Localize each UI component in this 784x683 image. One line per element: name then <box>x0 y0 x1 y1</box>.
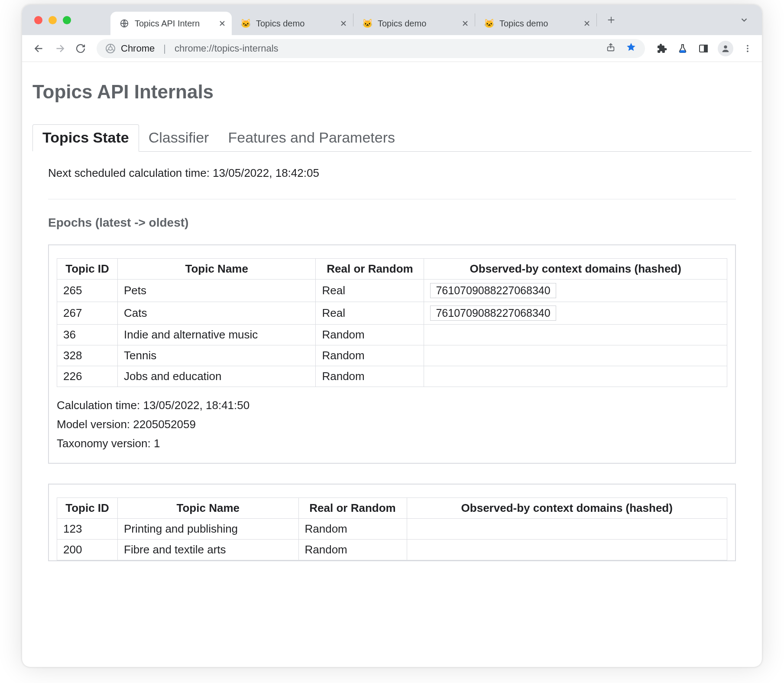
table-row: 36 Indie and alternative music Random <box>57 325 727 345</box>
window-minimize-button[interactable] <box>49 16 57 24</box>
col-real-random: Real or Random <box>316 259 424 280</box>
tab-panel-topics-state: Next scheduled calculation time: 13/05/2… <box>32 152 752 561</box>
cell-hash <box>424 325 727 345</box>
col-observed-hash: Observed-by context domains (hashed) <box>424 259 727 280</box>
table-row: 328 Tennis Random <box>57 345 727 366</box>
next-calc-line: Next scheduled calculation time: 13/05/2… <box>48 166 736 180</box>
cell-hash <box>407 539 727 560</box>
profile-avatar[interactable] <box>718 41 733 56</box>
tabs-dropdown-button[interactable] <box>739 15 749 26</box>
cell-id: 36 <box>57 325 118 345</box>
cell-id: 123 <box>57 518 118 539</box>
tab-close-button[interactable] <box>460 18 470 29</box>
divider <box>48 199 736 199</box>
svg-point-9 <box>747 50 748 52</box>
tab-classifier[interactable]: Classifier <box>139 125 219 151</box>
col-topic-name: Topic Name <box>118 498 299 518</box>
window-controls <box>34 16 71 24</box>
model-version-label: Model version: <box>57 418 130 431</box>
svg-point-6 <box>724 45 727 48</box>
cell-name: Printing and publishing <box>118 518 299 539</box>
overflow-menu-icon[interactable] <box>741 42 754 55</box>
tab-strip: Topics API Intern 🐱 Topics demo 🐱 Topics… <box>22 5 762 35</box>
browser-tab-active[interactable]: Topics API Intern <box>110 12 232 35</box>
table-row: 123 Printing and publishing Random <box>57 518 727 539</box>
cell-name: Pets <box>118 280 316 302</box>
new-tab-button[interactable] <box>601 10 621 30</box>
globe-icon <box>119 18 130 29</box>
col-topic-id: Topic ID <box>57 259 118 280</box>
cell-id: 328 <box>57 345 118 366</box>
share-icon[interactable] <box>606 42 616 55</box>
window-maximize-button[interactable] <box>63 16 71 24</box>
cell-id: 265 <box>57 280 118 302</box>
cell-name: Jobs and education <box>118 366 316 387</box>
chrome-icon <box>105 43 116 54</box>
extensions-icon[interactable] <box>655 42 668 55</box>
table-row: 226 Jobs and education Random <box>57 366 727 387</box>
toolbar: Chrome | chrome://topics-internals <box>22 35 762 62</box>
cell-name: Indie and alternative music <box>118 325 316 345</box>
browser-tab-title: Topics demo <box>378 19 457 29</box>
topics-table: Topic ID Topic Name Real or Random Obser… <box>57 498 727 560</box>
cell-hash <box>424 366 727 387</box>
cell-hash: 7610709088227068340 <box>424 280 727 302</box>
browser-tab-title: Topics demo <box>499 19 579 29</box>
col-topic-name: Topic Name <box>118 259 316 280</box>
epochs-heading: Epochs (latest -> oldest) <box>48 216 736 230</box>
epoch-box: Topic ID Topic Name Real or Random Obser… <box>48 484 736 561</box>
svg-point-8 <box>747 48 748 49</box>
address-bar[interactable]: Chrome | chrome://topics-internals <box>97 39 645 58</box>
table-row: 267 Cats Real 7610709088227068340 <box>57 302 727 325</box>
table-row: 200 Fibre and textile arts Random <box>57 539 727 560</box>
cat-icon: 🐱 <box>362 18 373 29</box>
back-button[interactable] <box>30 39 48 58</box>
col-topic-id: Topic ID <box>57 498 118 518</box>
page-content: Topics API Internals Topics State Classi… <box>22 62 762 667</box>
forward-button[interactable] <box>51 39 69 58</box>
svg-point-7 <box>747 45 748 46</box>
browser-window: Topics API Intern 🐱 Topics demo 🐱 Topics… <box>22 4 762 667</box>
taxonomy-version-label: Taxonomy version: <box>57 437 151 450</box>
window-close-button[interactable] <box>34 16 42 24</box>
side-panel-icon[interactable] <box>697 42 710 55</box>
labs-icon[interactable] <box>676 42 689 55</box>
tab-separator <box>596 13 597 26</box>
cell-real: Random <box>316 366 424 387</box>
cell-hash <box>407 518 727 539</box>
page-title: Topics API Internals <box>32 81 752 103</box>
hash-value: 7610709088227068340 <box>430 306 556 321</box>
cell-id: 267 <box>57 302 118 325</box>
browser-tab[interactable]: 🐱 Topics demo <box>475 12 596 35</box>
browser-tabs: Topics API Intern 🐱 Topics demo 🐱 Topics… <box>110 5 621 35</box>
tab-close-button[interactable] <box>217 18 227 29</box>
svg-point-2 <box>109 47 112 50</box>
col-observed-hash: Observed-by context domains (hashed) <box>407 498 727 518</box>
browser-tab-title: Topics API Intern <box>135 19 214 29</box>
browser-tab[interactable]: 🐱 Topics demo <box>232 12 353 35</box>
epoch-meta: Calculation time: 13/05/2022, 18:41:50 M… <box>57 396 727 453</box>
reload-button[interactable] <box>71 39 90 58</box>
cell-name: Fibre and textile arts <box>118 539 299 560</box>
taxonomy-version-value: 1 <box>154 437 160 450</box>
bookmark-star-icon[interactable] <box>626 42 636 55</box>
next-calc-value: 13/05/2022, 18:42:05 <box>213 166 319 179</box>
topics-table: Topic ID Topic Name Real or Random Obser… <box>57 258 727 387</box>
tab-close-button[interactable] <box>582 18 592 29</box>
calc-time-value: 13/05/2022, 18:41:50 <box>143 399 249 412</box>
browser-tab[interactable]: 🐱 Topics demo <box>353 12 475 35</box>
url-path: chrome://topics-internals <box>175 43 279 54</box>
hash-value: 7610709088227068340 <box>430 283 556 298</box>
cell-name: Cats <box>118 302 316 325</box>
url-host: Chrome <box>121 43 155 54</box>
cell-id: 226 <box>57 366 118 387</box>
tab-topics-state[interactable]: Topics State <box>32 124 139 152</box>
epoch-box: Topic ID Topic Name Real or Random Obser… <box>48 244 736 464</box>
cell-real: Random <box>298 539 407 560</box>
tab-features-and-parameters[interactable]: Features and Parameters <box>218 125 405 151</box>
cell-real: Random <box>316 345 424 366</box>
table-row: 265 Pets Real 7610709088227068340 <box>57 280 727 302</box>
calc-time-label: Calculation time: <box>57 399 140 412</box>
col-real-random: Real or Random <box>298 498 407 518</box>
tab-close-button[interactable] <box>338 18 349 29</box>
